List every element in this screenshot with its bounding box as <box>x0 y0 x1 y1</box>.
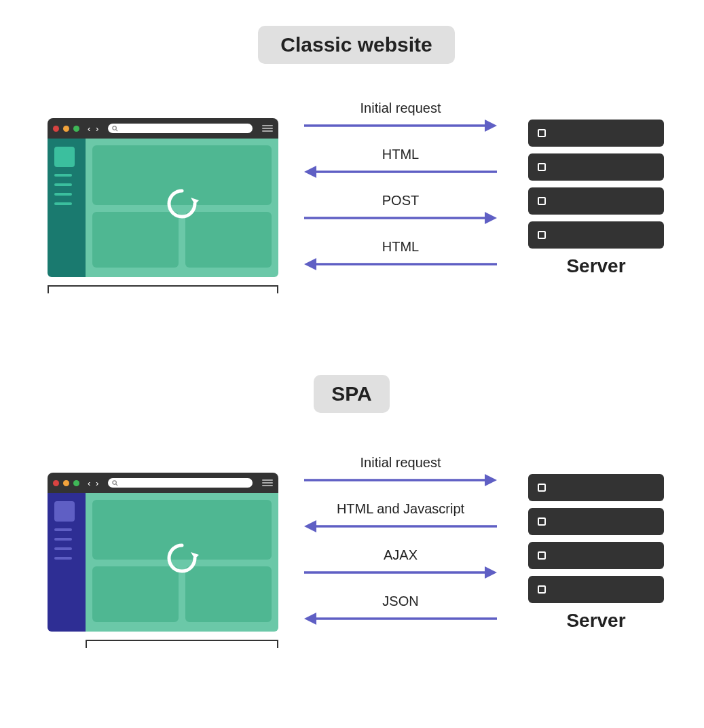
arrow-left-icon <box>303 518 498 534</box>
arrow-label: HTML and Javascript <box>337 501 464 517</box>
section-title-spa: SPA <box>314 375 390 413</box>
browser-content <box>86 139 278 277</box>
sidebar-line-icon <box>54 547 72 550</box>
server-rack <box>528 508 664 535</box>
svg-marker-21 <box>304 613 316 625</box>
browser-content <box>86 493 278 632</box>
browser-title-bar: ‹ › <box>48 118 278 139</box>
arrow-initial-request-spa: Initial request <box>303 455 498 488</box>
arrow-post: POST <box>303 193 498 226</box>
close-icon <box>53 126 59 132</box>
arrow-label: HTML <box>382 147 419 162</box>
full-reload-bracket <box>48 285 278 293</box>
arrow-label: AJAX <box>384 547 418 563</box>
nav-arrows-icon: ‹ › <box>88 478 100 488</box>
svg-marker-8 <box>485 212 497 224</box>
sidebar-block-icon <box>54 501 75 522</box>
server-rack <box>528 120 664 147</box>
server-light-icon <box>538 484 546 492</box>
sidebar-line-icon <box>54 557 72 560</box>
sidebar-line-icon <box>54 538 72 541</box>
sidebar-line-icon <box>54 174 72 177</box>
server-label: Server <box>528 610 664 632</box>
arrow-right-icon <box>303 117 498 134</box>
server-light-icon <box>538 129 546 137</box>
arrow-html-response: HTML <box>303 147 498 180</box>
reload-icon <box>164 540 200 579</box>
browser-window-spa: ‹ › <box>48 473 278 632</box>
arrow-html-js-response: HTML and Javascript <box>303 501 498 534</box>
maximize-icon <box>73 126 79 132</box>
server-rack <box>528 474 664 501</box>
arrow-right-icon <box>303 564 498 581</box>
server-rack <box>528 221 664 249</box>
server-rack <box>528 576 664 603</box>
server-light-icon <box>538 585 546 594</box>
server-light-icon <box>538 197 546 205</box>
browser-title-bar: ‹ › <box>48 473 278 493</box>
svg-point-0 <box>113 126 116 129</box>
svg-marker-17 <box>304 520 316 532</box>
section-title-classic: Classic website <box>258 26 455 64</box>
server-light-icon <box>538 517 546 526</box>
arrow-initial-request: Initial request <box>303 101 498 134</box>
arrow-html-response-2: HTML <box>303 239 498 272</box>
arrow-left-icon <box>303 164 498 180</box>
sidebar-line-icon <box>54 528 72 531</box>
arrow-left-icon <box>303 256 498 272</box>
svg-marker-15 <box>485 474 497 486</box>
svg-marker-2 <box>191 198 199 204</box>
browser-sidebar <box>48 139 86 277</box>
sidebar-line-icon <box>54 202 72 205</box>
svg-marker-19 <box>485 566 497 579</box>
nav-arrows-icon: ‹ › <box>88 124 100 134</box>
server-rack <box>528 187 664 215</box>
reload-icon <box>164 185 200 225</box>
arrow-right-icon <box>303 472 498 488</box>
svg-marker-6 <box>304 166 316 178</box>
sidebar-line-icon <box>54 193 72 196</box>
url-bar <box>108 124 253 133</box>
arrow-json-response: JSON <box>303 594 498 627</box>
server-light-icon <box>538 551 546 560</box>
sidebar-line-icon <box>54 183 72 186</box>
server-stack-spa: Server <box>528 474 664 632</box>
server-rack <box>528 542 664 569</box>
sidebar-block-icon <box>54 147 75 167</box>
svg-line-12 <box>116 484 118 486</box>
arrow-label: POST <box>382 193 419 208</box>
svg-marker-13 <box>191 552 199 559</box>
server-light-icon <box>538 163 546 171</box>
minimize-icon <box>63 126 69 132</box>
server-rack <box>528 153 664 181</box>
svg-marker-4 <box>485 120 497 132</box>
server-light-icon <box>538 231 546 239</box>
server-label: Server <box>528 255 664 277</box>
menu-icon <box>262 479 273 486</box>
svg-point-11 <box>113 480 116 484</box>
arrow-right-icon <box>303 210 498 226</box>
search-icon <box>112 480 118 486</box>
partial-reload-bracket <box>86 640 278 648</box>
arrow-left-icon <box>303 611 498 627</box>
arrow-label: JSON <box>382 594 418 609</box>
search-icon <box>112 126 118 132</box>
browser-body <box>48 139 278 277</box>
browser-body <box>48 493 278 632</box>
browser-sidebar <box>48 493 86 632</box>
close-icon <box>53 480 59 486</box>
svg-line-1 <box>116 129 118 131</box>
svg-marker-10 <box>304 258 316 270</box>
minimize-icon <box>63 480 69 486</box>
maximize-icon <box>73 480 79 486</box>
url-bar <box>108 478 253 488</box>
arrow-label: HTML <box>382 239 419 255</box>
menu-icon <box>262 125 273 132</box>
server-stack-classic: Server <box>528 120 664 277</box>
arrow-label: Initial request <box>360 101 441 116</box>
browser-window-classic: ‹ › <box>48 118 278 277</box>
arrow-label: Initial request <box>360 455 441 471</box>
arrow-ajax: AJAX <box>303 547 498 581</box>
